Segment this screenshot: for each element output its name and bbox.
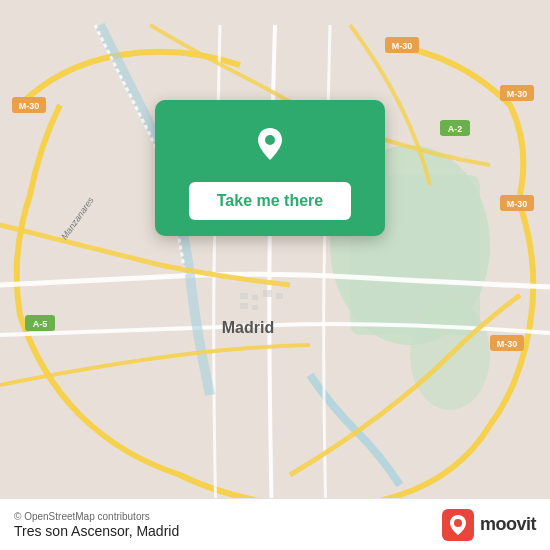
location-pin-icon (244, 118, 296, 170)
svg-rect-21 (252, 295, 258, 300)
svg-text:M-30: M-30 (507, 199, 528, 209)
bottom-bar: © OpenStreetMap contributors Tres son As… (0, 498, 550, 550)
svg-text:Madrid: Madrid (222, 319, 274, 336)
svg-rect-23 (276, 293, 283, 299)
svg-text:M-30: M-30 (392, 41, 413, 51)
svg-rect-25 (252, 305, 258, 310)
svg-text:A-2: A-2 (448, 124, 463, 134)
svg-rect-24 (240, 303, 248, 309)
moovit-icon (442, 509, 474, 541)
svg-rect-22 (263, 290, 272, 297)
bottom-info: © OpenStreetMap contributors Tres son As… (14, 511, 179, 539)
copyright-text: © OpenStreetMap contributors (14, 511, 179, 522)
location-label: Tres son Ascensor, Madrid (14, 523, 179, 539)
svg-rect-20 (240, 293, 248, 299)
svg-text:M-30: M-30 (507, 89, 528, 99)
svg-point-29 (454, 519, 462, 527)
location-card: Take me there (155, 100, 385, 236)
svg-text:M-30: M-30 (19, 101, 40, 111)
take-me-there-button[interactable]: Take me there (189, 182, 351, 220)
svg-text:M-30: M-30 (497, 339, 518, 349)
map-container: M-30 M-30 M-30 M-30 M-30 A-2 A-5 (0, 0, 550, 550)
map-background: M-30 M-30 M-30 M-30 M-30 A-2 A-5 (0, 0, 550, 550)
moovit-text: moovit (480, 514, 536, 535)
svg-text:A-5: A-5 (33, 319, 48, 329)
svg-point-27 (265, 135, 275, 145)
moovit-logo: moovit (442, 509, 536, 541)
